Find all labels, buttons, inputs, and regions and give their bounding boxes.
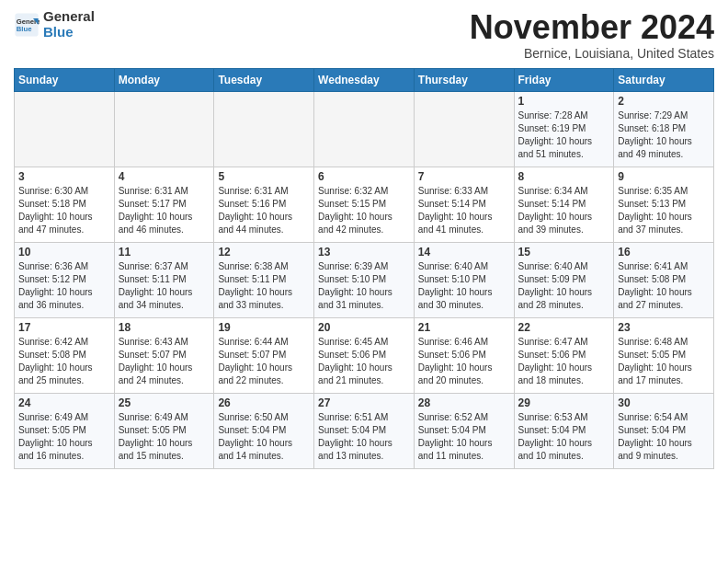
day-number: 10 — [18, 246, 110, 259]
day-info: Sunrise: 7:29 AMSunset: 6:18 PMDaylight:… — [618, 109, 710, 161]
day-info: Sunrise: 6:41 AMSunset: 5:08 PMDaylight:… — [618, 260, 710, 312]
calendar-day-cell: 2Sunrise: 7:29 AMSunset: 6:18 PMDaylight… — [614, 91, 714, 167]
day-info: Sunrise: 6:54 AMSunset: 5:04 PMDaylight:… — [618, 411, 710, 463]
calendar-day-cell: 27Sunrise: 6:51 AMSunset: 5:04 PMDayligh… — [314, 393, 415, 468]
day-number: 24 — [18, 396, 110, 409]
day-info: Sunrise: 6:40 AMSunset: 5:09 PMDaylight:… — [518, 260, 610, 312]
day-number: 22 — [518, 321, 610, 334]
day-number: 1 — [518, 95, 610, 108]
day-info: Sunrise: 6:33 AMSunset: 5:14 PMDaylight:… — [418, 185, 510, 236]
calendar-day-cell: 5Sunrise: 6:31 AMSunset: 5:16 PMDaylight… — [214, 167, 314, 242]
day-info: Sunrise: 6:35 AMSunset: 5:13 PMDaylight:… — [618, 185, 710, 236]
calendar-day-cell: 25Sunrise: 6:49 AMSunset: 5:05 PMDayligh… — [114, 393, 214, 468]
day-number: 5 — [218, 170, 310, 183]
calendar-day-cell: 23Sunrise: 6:48 AMSunset: 5:05 PMDayligh… — [614, 317, 714, 393]
day-of-week-header: Monday — [114, 68, 214, 91]
day-info: Sunrise: 6:44 AMSunset: 5:07 PMDaylight:… — [218, 336, 310, 387]
day-number: 17 — [18, 321, 110, 334]
calendar-day-cell: 10Sunrise: 6:36 AMSunset: 5:12 PMDayligh… — [15, 242, 115, 317]
logo-general-text: General — [43, 8, 95, 24]
calendar-day-cell: 21Sunrise: 6:46 AMSunset: 5:06 PMDayligh… — [414, 317, 514, 393]
calendar-week-row: 1Sunrise: 7:28 AMSunset: 6:19 PMDaylight… — [15, 91, 714, 167]
day-info: Sunrise: 6:53 AMSunset: 5:04 PMDaylight:… — [518, 411, 610, 463]
calendar-day-cell: 22Sunrise: 6:47 AMSunset: 5:06 PMDayligh… — [514, 317, 614, 393]
svg-text:Blue: Blue — [17, 25, 32, 33]
day-info: Sunrise: 6:47 AMSunset: 5:06 PMDaylight:… — [518, 336, 610, 387]
day-info: Sunrise: 6:30 AMSunset: 5:18 PMDaylight:… — [18, 185, 110, 236]
day-info: Sunrise: 6:39 AMSunset: 5:10 PMDaylight:… — [318, 260, 410, 312]
day-info: Sunrise: 6:34 AMSunset: 5:14 PMDaylight:… — [518, 185, 610, 236]
day-info: Sunrise: 6:48 AMSunset: 5:05 PMDaylight:… — [618, 336, 710, 387]
day-number: 3 — [18, 170, 110, 183]
calendar-day-cell: 20Sunrise: 6:45 AMSunset: 5:06 PMDayligh… — [314, 317, 415, 393]
day-number: 12 — [218, 246, 310, 259]
day-number: 16 — [618, 246, 710, 259]
day-info: Sunrise: 6:31 AMSunset: 5:16 PMDaylight:… — [218, 185, 310, 236]
calendar-day-cell: 1Sunrise: 7:28 AMSunset: 6:19 PMDaylight… — [514, 91, 614, 167]
day-info: Sunrise: 6:32 AMSunset: 5:15 PMDaylight:… — [318, 185, 410, 236]
day-of-week-header: Sunday — [15, 68, 115, 91]
day-number: 6 — [318, 170, 410, 183]
day-number: 29 — [518, 396, 610, 409]
calendar-day-cell: 4Sunrise: 6:31 AMSunset: 5:17 PMDaylight… — [114, 167, 214, 242]
day-number: 13 — [318, 246, 410, 259]
calendar-day-cell: 9Sunrise: 6:35 AMSunset: 5:13 PMDaylight… — [614, 167, 714, 242]
calendar-day-cell: 12Sunrise: 6:38 AMSunset: 5:11 PMDayligh… — [214, 242, 314, 317]
calendar-day-cell: 6Sunrise: 6:32 AMSunset: 5:15 PMDaylight… — [314, 167, 415, 242]
day-number: 30 — [618, 396, 710, 409]
day-number: 27 — [318, 396, 410, 409]
day-info: Sunrise: 6:38 AMSunset: 5:11 PMDaylight:… — [218, 260, 310, 312]
month-title: November 2024 — [470, 9, 714, 46]
calendar-table: SundayMondayTuesdayWednesdayThursdayFrid… — [14, 68, 714, 469]
location-subtitle: Bernice, Louisiana, United States — [470, 46, 714, 61]
day-number: 20 — [318, 321, 410, 334]
calendar-day-cell: 19Sunrise: 6:44 AMSunset: 5:07 PMDayligh… — [214, 317, 314, 393]
day-number: 18 — [119, 321, 210, 334]
day-of-week-header: Saturday — [614, 68, 714, 91]
day-number: 14 — [418, 246, 510, 259]
day-info: Sunrise: 6:49 AMSunset: 5:05 PMDaylight:… — [18, 411, 110, 463]
day-number: 2 — [618, 95, 710, 108]
day-number: 4 — [119, 170, 210, 183]
day-info: Sunrise: 6:52 AMSunset: 5:04 PMDaylight:… — [418, 411, 510, 463]
day-info: Sunrise: 6:51 AMSunset: 5:04 PMDaylight:… — [318, 411, 410, 463]
calendar-day-cell: 14Sunrise: 6:40 AMSunset: 5:10 PMDayligh… — [414, 242, 514, 317]
day-info: Sunrise: 6:45 AMSunset: 5:06 PMDaylight:… — [318, 336, 410, 387]
calendar-day-cell: 8Sunrise: 6:34 AMSunset: 5:14 PMDaylight… — [514, 167, 614, 242]
calendar-day-cell — [214, 91, 314, 167]
logo: General Blue General Blue — [14, 9, 95, 40]
header: General Blue General Blue November 2024 … — [14, 9, 714, 61]
day-number: 25 — [119, 396, 210, 409]
calendar-day-cell: 3Sunrise: 6:30 AMSunset: 5:18 PMDaylight… — [15, 167, 115, 242]
day-info: Sunrise: 6:42 AMSunset: 5:08 PMDaylight:… — [18, 336, 110, 387]
logo-blue-text: Blue — [43, 24, 74, 40]
day-info: Sunrise: 6:36 AMSunset: 5:12 PMDaylight:… — [18, 260, 110, 312]
calendar-day-cell: 11Sunrise: 6:37 AMSunset: 5:11 PMDayligh… — [114, 242, 214, 317]
day-info: Sunrise: 6:46 AMSunset: 5:06 PMDaylight:… — [418, 336, 510, 387]
calendar-day-cell: 28Sunrise: 6:52 AMSunset: 5:04 PMDayligh… — [414, 393, 514, 468]
calendar-day-cell: 29Sunrise: 6:53 AMSunset: 5:04 PMDayligh… — [514, 393, 614, 468]
logo-icon: General Blue — [14, 12, 40, 38]
day-number: 7 — [418, 170, 510, 183]
day-number: 15 — [518, 246, 610, 259]
calendar-day-cell — [314, 91, 415, 167]
day-info: Sunrise: 6:43 AMSunset: 5:07 PMDaylight:… — [119, 336, 210, 387]
day-number: 8 — [518, 170, 610, 183]
calendar-header-row: SundayMondayTuesdayWednesdayThursdayFrid… — [15, 68, 714, 91]
day-number: 23 — [618, 321, 710, 334]
calendar-day-cell: 16Sunrise: 6:41 AMSunset: 5:08 PMDayligh… — [614, 242, 714, 317]
day-of-week-header: Wednesday — [314, 68, 415, 91]
day-info: Sunrise: 7:28 AMSunset: 6:19 PMDaylight:… — [518, 109, 610, 161]
calendar-day-cell: 30Sunrise: 6:54 AMSunset: 5:04 PMDayligh… — [614, 393, 714, 468]
calendar-week-row: 10Sunrise: 6:36 AMSunset: 5:12 PMDayligh… — [15, 242, 714, 317]
day-info: Sunrise: 6:37 AMSunset: 5:11 PMDaylight:… — [119, 260, 210, 312]
calendar-day-cell: 13Sunrise: 6:39 AMSunset: 5:10 PMDayligh… — [314, 242, 415, 317]
day-number: 11 — [119, 246, 210, 259]
calendar-day-cell — [414, 91, 514, 167]
day-of-week-header: Friday — [514, 68, 614, 91]
day-number: 9 — [618, 170, 710, 183]
calendar-day-cell — [15, 91, 115, 167]
day-number: 19 — [218, 321, 310, 334]
day-info: Sunrise: 6:31 AMSunset: 5:17 PMDaylight:… — [119, 185, 210, 236]
day-number: 28 — [418, 396, 510, 409]
